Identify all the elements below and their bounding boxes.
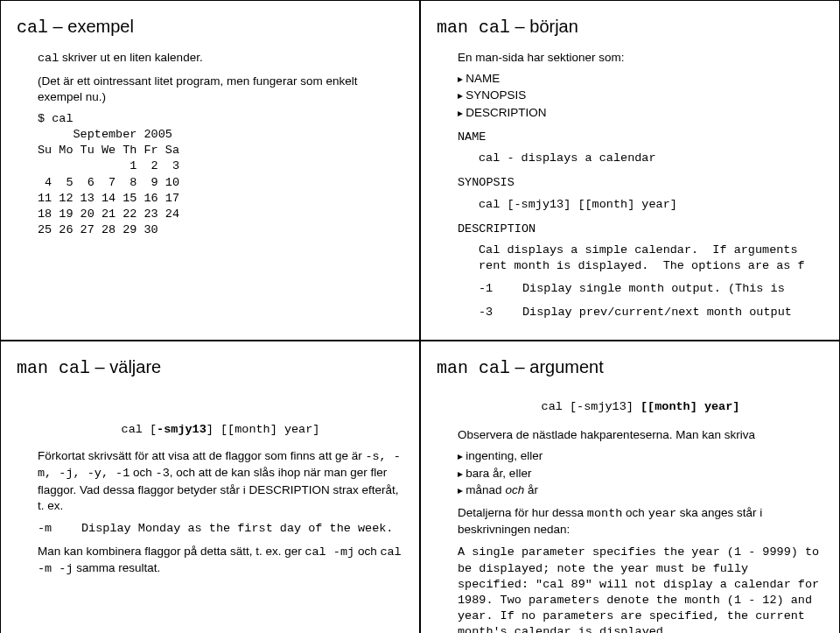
- title-cmd: man cal: [437, 18, 510, 38]
- section-description: DESCRIPTION: [458, 105, 823, 121]
- flags-explanation: Förkortat skrivsätt för att visa att de …: [38, 448, 403, 514]
- title-mancal-borjan: man cal – början: [437, 17, 823, 38]
- body: cal skriver ut en liten kalender. (Det ä…: [38, 50, 403, 238]
- title-sep: –: [90, 357, 109, 376]
- label-description: DESCRIPTION: [458, 222, 823, 237]
- opt-nothing: ingenting, eller: [458, 448, 823, 464]
- flag-3: -3: [479, 305, 522, 320]
- body: cal [-smjy13] [[month] year] Observera d…: [458, 399, 823, 633]
- code-month: month: [587, 507, 623, 520]
- details-line: Detaljerna för hur dessa month och year …: [458, 505, 823, 538]
- option-m: -mDisplay Monday as the first day of the…: [38, 521, 403, 537]
- panel-cal-exempel: cal – exempel cal skriver ut en liten ka…: [0, 0, 420, 341]
- code-year: year: [648, 507, 676, 520]
- cal-output: $ cal September 2005 Su Mo Tu We Th Fr S…: [38, 111, 403, 239]
- flag-m-text: Display Monday as the first day of the w…: [81, 522, 393, 535]
- sections-intro: En man-sida har sektioner som:: [458, 50, 823, 66]
- name-line: cal - displays a calendar: [479, 151, 823, 166]
- title-rest: exempel: [67, 17, 134, 36]
- title-sep: –: [510, 17, 529, 36]
- intro-text: skriver ut en liten kalender.: [59, 51, 202, 64]
- title-rest: början: [529, 17, 578, 36]
- intro-line-1: cal skriver ut en liten kalender.: [38, 50, 403, 67]
- synopsis-line: cal [-smjy13] [[month] year]: [38, 422, 403, 438]
- syn-bold: -smjy13: [157, 423, 206, 436]
- slide-grid: cal – exempel cal skriver ut en liten ka…: [0, 0, 840, 633]
- intro-line-2: (Det är ett ointressant litet program, m…: [38, 74, 403, 105]
- title-rest: väljare: [109, 357, 161, 376]
- cmd-cal: cal: [38, 52, 59, 65]
- title-sep: –: [510, 357, 529, 376]
- label-synopsis: SYNOPSIS: [458, 175, 823, 191]
- title-cmd: cal: [17, 18, 48, 38]
- option-3: -3Display prev/current/next month output: [479, 305, 823, 320]
- panel-mancal-valjare: man cal – väljare cal [-smjy13] [[month]…: [0, 341, 420, 633]
- flag-1: -1: [479, 281, 522, 297]
- description-text: Cal displays a simple calendar. If argum…: [479, 243, 823, 274]
- body: cal [-smjy13] [[month] year] Förkortat s…: [38, 422, 403, 578]
- flag-1-text: Display single month output. (This is: [522, 282, 785, 295]
- title-cal-exempel: cal – exempel: [17, 17, 403, 38]
- label-name: NAME: [458, 130, 823, 145]
- syn-post: ] [[month] year]: [206, 423, 320, 436]
- title-cmd: man cal: [437, 358, 510, 378]
- arg-options: ingenting, eller bara år, eller månad oc…: [458, 448, 823, 498]
- synopsis-line: cal [-smjy13] [[month] year]: [458, 399, 823, 415]
- opt-year: bara år, eller: [458, 466, 823, 482]
- panel-mancal-argument: man cal – argument cal [-smjy13] [[month…: [420, 341, 840, 633]
- code-cal-mj: cal -mj: [304, 545, 354, 559]
- syn-pre: cal [: [122, 423, 158, 436]
- title-mancal-argument: man cal – argument: [437, 357, 823, 378]
- title-mancal-valjare: man cal – väljare: [17, 357, 403, 378]
- syn-bold: [[month] year]: [640, 400, 739, 413]
- flag-3: -3: [156, 467, 170, 480]
- flag-3-text: Display prev/current/next month output: [522, 306, 792, 319]
- synopsis-line: cal [-smjy13] [[month] year]: [479, 197, 823, 213]
- title-cmd: man cal: [17, 358, 90, 378]
- title-rest: argument: [529, 357, 604, 376]
- section-synopsis: SYNOPSIS: [458, 88, 823, 103]
- panel-mancal-borjan: man cal – början En man-sida har sektion…: [420, 0, 840, 341]
- option-1: -1Display single month output. (This is: [479, 281, 823, 297]
- combine-note: Man kan kombinera flaggor på detta sätt,…: [38, 544, 403, 577]
- syn-pre: cal [-smjy13]: [542, 400, 640, 413]
- flag-m: -m: [38, 521, 81, 537]
- observe-line: Observera de nästlade hakparenteserna. M…: [458, 427, 823, 443]
- body: En man-sida har sektioner som: NAME SYNO…: [458, 50, 823, 320]
- description-block: A single parameter specifies the year (1…: [458, 545, 823, 633]
- title-sep: –: [48, 17, 67, 36]
- opt-month-year: månad och år: [458, 482, 823, 498]
- section-list: NAME SYNOPSIS DESCRIPTION: [458, 71, 823, 121]
- section-name: NAME: [458, 71, 823, 87]
